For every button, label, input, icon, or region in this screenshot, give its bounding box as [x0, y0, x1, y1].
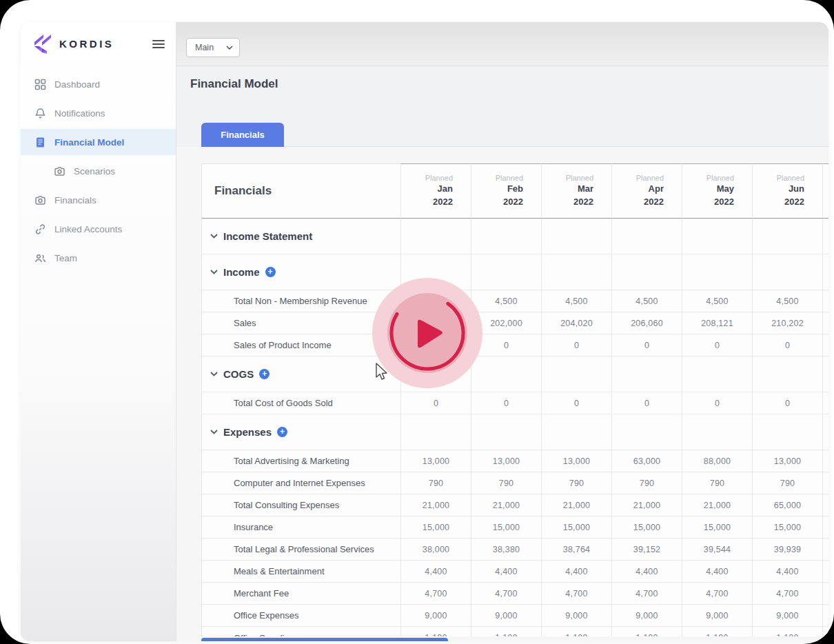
cell[interactable]: 9,000 — [471, 605, 541, 627]
row-label[interactable]: Total Cost of Goods Sold — [202, 392, 400, 414]
add-row-button[interactable]: + — [265, 267, 276, 277]
cell[interactable]: 4,700 — [400, 583, 471, 605]
cell[interactable]: 15,000 — [611, 516, 682, 539]
section-toggle[interactable]: Income + — [202, 254, 400, 290]
video-play-overlay[interactable] — [372, 278, 482, 388]
cell[interactable]: 0 — [752, 334, 822, 356]
cell[interactable]: 790 — [752, 472, 822, 494]
cell[interactable]: 65,000 — [752, 494, 822, 516]
section-toggle[interactable]: Income Statement — [202, 219, 400, 254]
section-toggle[interactable]: Expenses + — [202, 414, 400, 450]
cell[interactable]: 15,000 — [682, 516, 752, 539]
cell[interactable]: 39,939 — [752, 539, 822, 561]
cell[interactable]: 21,000 — [682, 494, 752, 516]
cell[interactable]: 4,700 — [541, 583, 611, 605]
sidebar-item-linked-accounts[interactable]: Linked Accounts — [21, 216, 176, 242]
cell[interactable]: 13,000 — [400, 450, 471, 472]
cell[interactable]: 1,100 — [541, 627, 611, 636]
cell[interactable]: 4,400 — [752, 561, 822, 583]
section-toggle[interactable]: COGS + — [202, 356, 400, 392]
cell[interactable]: 63,000 — [611, 450, 682, 472]
cell[interactable]: 38,000 — [400, 539, 471, 561]
row-label[interactable]: Office Supplies — [202, 627, 400, 636]
sidebar-item-scenarios[interactable]: Scenarios — [21, 158, 176, 184]
cell[interactable]: 39,152 — [611, 539, 682, 561]
cell[interactable]: 0 — [541, 334, 611, 356]
cell[interactable]: 38,380 — [471, 539, 541, 561]
cell[interactable]: 1,100 — [471, 627, 541, 636]
row-label[interactable]: Total Consulting Expenses — [202, 494, 400, 516]
cell[interactable]: 1,100 — [752, 627, 822, 636]
cell[interactable]: 0 — [541, 392, 611, 414]
row-label[interactable]: Sales — [202, 312, 400, 334]
row-label[interactable]: Meals & Entertainment — [202, 561, 400, 583]
cell[interactable]: 21,000 — [541, 494, 611, 516]
cell[interactable]: 204,020 — [541, 312, 611, 334]
cell[interactable]: 208,121 — [682, 312, 752, 334]
sidebar-item-team[interactable]: Team — [21, 245, 176, 271]
cell[interactable]: 0 — [752, 392, 822, 414]
row-label[interactable]: Sales of Product Income — [202, 334, 400, 356]
cell[interactable]: 0 — [682, 334, 752, 356]
cell[interactable]: 4,400 — [541, 561, 611, 583]
cell[interactable]: 9,000 — [752, 605, 822, 627]
cell[interactable]: 13,000 — [541, 450, 611, 472]
cell[interactable]: 9,000 — [682, 605, 752, 627]
sidebar-item-dashboard[interactable]: Dashboard — [21, 71, 176, 97]
cell[interactable]: 15,000 — [541, 516, 611, 539]
cell[interactable]: 9,000 — [611, 605, 682, 627]
cell[interactable]: 1,100 — [400, 627, 471, 636]
cell[interactable]: 21,000 — [471, 494, 541, 516]
cell[interactable]: 21,000 — [400, 494, 471, 516]
tab-financials[interactable]: Financials — [201, 123, 284, 147]
cell[interactable]: 210,202 — [752, 312, 822, 334]
cell[interactable]: 13,000 — [752, 450, 822, 472]
cell[interactable]: 4,500 — [752, 290, 822, 312]
row-label[interactable]: Total Advertising & Marketing — [202, 450, 400, 472]
cell[interactable]: 4,500 — [682, 290, 752, 312]
cell[interactable]: 38,764 — [541, 539, 611, 561]
cell[interactable]: 4,400 — [400, 561, 471, 583]
cell[interactable]: 1,100 — [611, 627, 682, 636]
cell[interactable]: 15,000 — [471, 516, 541, 539]
row-label[interactable]: Total Legal & Professional Services — [202, 539, 400, 561]
row-label[interactable]: Merchant Fee — [202, 583, 400, 605]
cell[interactable]: 4,700 — [471, 583, 541, 605]
row-label[interactable]: Office Expenses — [202, 605, 400, 627]
cell[interactable]: 4,700 — [752, 583, 822, 605]
add-row-button[interactable]: + — [259, 369, 269, 379]
cell[interactable]: 13,000 — [471, 450, 541, 472]
cell[interactable]: 0 — [400, 392, 471, 414]
cell[interactable]: 790 — [400, 472, 471, 494]
cell[interactable]: 0 — [471, 392, 541, 414]
cell[interactable]: 4,500 — [541, 290, 611, 312]
column-header-apr[interactable]: Planned Apr 2022 — [611, 163, 682, 219]
column-header-jun[interactable]: Planned Jun 2022 — [752, 163, 822, 219]
row-label[interactable]: Total Non - Membership Revenue — [202, 290, 400, 312]
cell[interactable]: 0 — [611, 392, 682, 414]
cell[interactable]: 4,400 — [471, 561, 541, 583]
cell[interactable]: 4,400 — [682, 561, 752, 583]
cell[interactable]: 4,700 — [682, 583, 752, 605]
cell[interactable]: 88,000 — [682, 450, 752, 472]
column-header-jan[interactable]: Planned Jan 2022 — [400, 163, 471, 219]
add-row-button[interactable]: + — [277, 427, 287, 437]
cell[interactable]: 0 — [611, 334, 682, 356]
cell[interactable]: 790 — [682, 472, 752, 494]
column-header-feb[interactable]: Planned Feb 2022 — [471, 163, 541, 219]
cell[interactable]: 9,000 — [400, 605, 471, 627]
cell[interactable]: 0 — [682, 392, 752, 414]
sidebar-item-financials[interactable]: Financials — [21, 187, 176, 213]
sidebar-item-notifications[interactable]: Notifications — [21, 100, 176, 126]
column-header-may[interactable]: Planned May 2022 — [682, 163, 752, 219]
cell[interactable]: 15,000 — [400, 516, 471, 539]
horizontal-scrollbar[interactable] — [201, 638, 448, 641]
cell[interactable]: 39,544 — [682, 539, 752, 561]
column-header-mar[interactable]: Planned Mar 2022 — [541, 163, 611, 219]
cell[interactable]: 4,700 — [611, 583, 682, 605]
cell[interactable]: 790 — [611, 472, 682, 494]
cell[interactable]: 790 — [541, 472, 611, 494]
workspace-select[interactable]: Main — [186, 38, 240, 57]
cell[interactable]: 4,500 — [611, 290, 682, 312]
cell[interactable]: 206,060 — [611, 312, 682, 334]
